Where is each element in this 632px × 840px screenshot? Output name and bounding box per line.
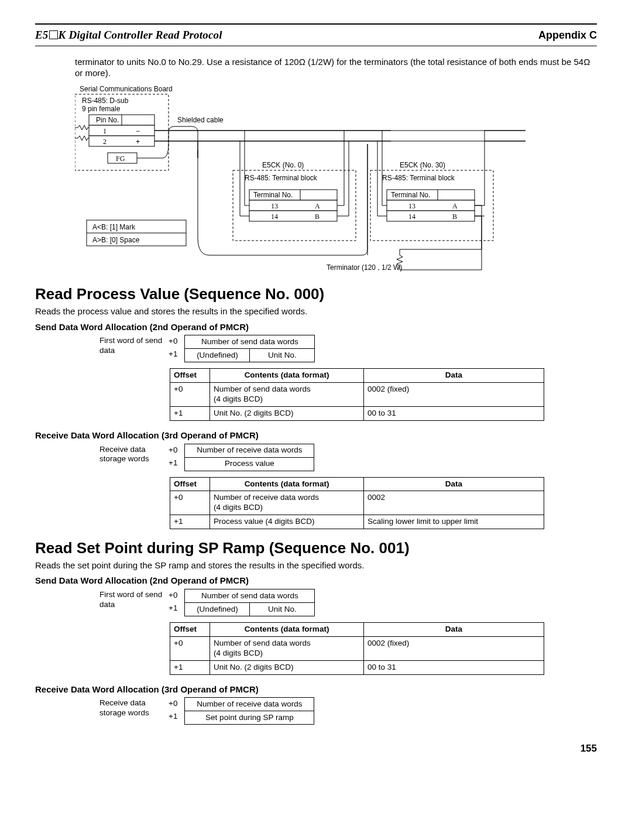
page-number: 155 xyxy=(35,742,597,755)
svg-text:Terminal No.: Terminal No. xyxy=(391,191,430,199)
svg-text:RS-485: Terminal block: RS-485: Terminal block xyxy=(245,174,318,182)
svg-text:9 pin female: 9 pin female xyxy=(82,105,121,113)
send-box-table-000: Number of send data words (Undefined)Uni… xyxy=(184,335,315,362)
svg-text:B: B xyxy=(452,212,457,221)
section-desc-000: Reads the process value and stores the r… xyxy=(35,306,597,317)
recv-label-001: Receive data storage words xyxy=(99,697,164,718)
offset-col: +0+1 xyxy=(169,589,180,615)
svg-text:2: 2 xyxy=(103,138,107,146)
offset-col: +0+1 xyxy=(169,697,180,723)
header-suffix: K Digital Controller Read Protocol xyxy=(59,29,222,41)
offset-col: +0+1 xyxy=(169,444,180,469)
board-title: Serial Communications Board xyxy=(80,85,173,93)
recv-sub-000: Receive Data Word Allocation (3rd Operan… xyxy=(35,430,597,441)
send-box-table-001: Number of send data words (Undefined)Uni… xyxy=(184,589,315,616)
svg-text:RS-485: D-sub: RS-485: D-sub xyxy=(82,97,129,105)
header-left: E5K Digital Controller Read Protocol xyxy=(35,28,222,42)
blank-box-icon xyxy=(49,30,58,39)
svg-text:B: B xyxy=(315,212,320,221)
recv-label-000: Receive data storage words xyxy=(99,444,164,465)
svg-text:14: 14 xyxy=(408,212,415,221)
svg-rect-9 xyxy=(89,136,154,146)
svg-text:Terminator (120  , 1/2 W): Terminator (120 , 1/2 W) xyxy=(327,263,402,272)
section-title-001: Read Set Point during SP Ramp (Sequence … xyxy=(35,539,597,558)
svg-text:A<B:   [1]   Mark: A<B: [1] Mark xyxy=(92,223,136,231)
send-label-000: First word of send data xyxy=(99,335,164,356)
svg-rect-32 xyxy=(249,200,337,211)
svg-rect-6 xyxy=(89,125,154,136)
send-spec-table-001: Offset Contents (data format) Data +0 Nu… xyxy=(170,622,544,675)
header-right: Appendix C xyxy=(538,29,597,42)
svg-rect-55 xyxy=(387,211,475,221)
svg-text:A: A xyxy=(452,202,458,210)
svg-text:+: + xyxy=(136,138,140,146)
section-desc-001: Reads the set point during the SP ramp a… xyxy=(35,560,597,571)
send-sub-001: Send Data Word Allocation (2nd Operand o… xyxy=(35,575,597,587)
svg-text:Shielded cable: Shielded cable xyxy=(177,116,224,124)
recv-spec-table-000: Offset Contents (data format) Data +0 Nu… xyxy=(170,477,544,530)
svg-text:1: 1 xyxy=(103,127,107,135)
send-label-001: First word of send data xyxy=(99,589,164,610)
wiring-diagram: text { font-family: Arial, sans-serif; f… xyxy=(75,85,597,273)
svg-text:Terminal No.: Terminal No. xyxy=(253,191,293,199)
svg-text:A: A xyxy=(315,202,320,210)
running-header: E5K Digital Controller Read Protocol App… xyxy=(35,28,597,42)
recv-sub-001: Receive Data Word Allocation (3rd Operan… xyxy=(35,684,597,695)
svg-text:13: 13 xyxy=(271,202,278,210)
svg-text:A>B:   [0]   Space: A>B: [0] Space xyxy=(92,236,140,244)
svg-text:13: 13 xyxy=(408,202,415,210)
svg-text:FG: FG xyxy=(116,155,125,163)
offset-col: +0+1 xyxy=(169,335,180,361)
svg-text:14: 14 xyxy=(271,212,278,221)
svg-text:RS-485: Terminal block: RS-485: Terminal block xyxy=(382,174,455,182)
svg-text:Pin No.: Pin No. xyxy=(96,116,119,124)
svg-text:E5CK (No. 30): E5CK (No. 30) xyxy=(400,161,445,169)
intro-paragraph: terminator to units No.0 to No.29. Use a… xyxy=(75,57,597,79)
header-prefix: E5 xyxy=(35,29,49,41)
recv-box-table-001: Number of receive data words Set point d… xyxy=(184,697,314,725)
svg-text:−: − xyxy=(136,127,140,135)
svg-rect-35 xyxy=(249,211,337,221)
section-title-000: Read Process Value (Sequence No. 000) xyxy=(35,284,597,304)
svg-text:E5CK (No. 0): E5CK (No. 0) xyxy=(262,161,304,169)
svg-rect-52 xyxy=(387,200,475,211)
send-sub-000: Send Data Word Allocation (2nd Operand o… xyxy=(35,322,597,333)
recv-box-table-000: Number of receive data words Process val… xyxy=(184,444,314,471)
send-spec-table-000: Offset Contents (data format) Data +0 Nu… xyxy=(170,368,544,421)
